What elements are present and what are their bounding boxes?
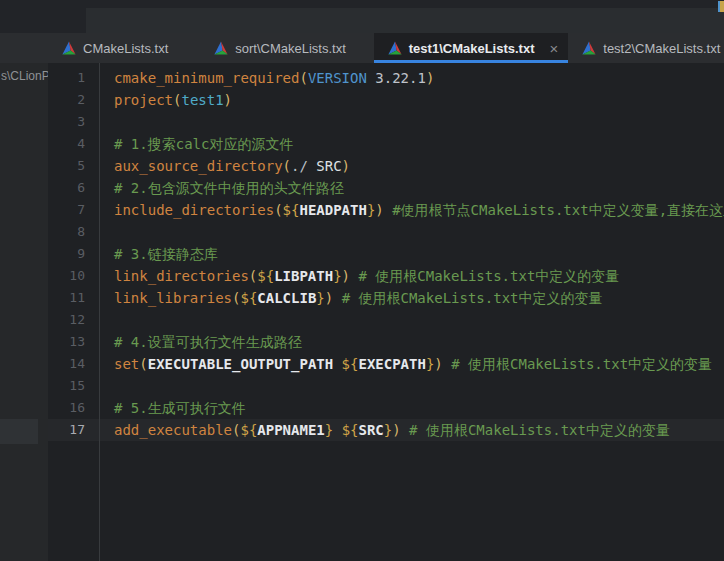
tab-label: sort\CMakeLists.txt xyxy=(235,41,346,56)
tab-cmakelists-sort[interactable]: sort\CMakeLists.txt xyxy=(200,33,360,63)
code-token: VERSION xyxy=(308,70,367,86)
code-token: 3.22.1 xyxy=(367,70,426,86)
cmake-icon xyxy=(582,41,596,55)
code-token: ( xyxy=(274,202,282,218)
code-line[interactable]: include_directories(${HEADPATH}) #使用根节点C… xyxy=(114,199,724,221)
code-line[interactable] xyxy=(114,111,724,133)
code-token: EXECUTABLE_OUTPUT_PATH xyxy=(148,356,333,372)
tab-cmakelists-test1-active[interactable]: test1\CMakeLists.txt × xyxy=(374,33,568,63)
code-token: } xyxy=(384,422,392,438)
code-line[interactable] xyxy=(114,221,724,243)
tab-label: test2\CMakeLists.txt xyxy=(603,41,720,56)
code-token: # 5.生成可执行文件 xyxy=(114,400,246,416)
code-token: ( xyxy=(299,70,307,86)
tab-cmakelists-root[interactable]: CMakeLists.txt xyxy=(48,33,182,63)
main-content: s\CLionP 1234567891011121314151617 cmake… xyxy=(0,63,724,561)
line-number: 12 xyxy=(48,309,99,331)
project-path-clipped-text: s\CLionP xyxy=(1,69,48,83)
code-token: link_libraries xyxy=(114,290,232,306)
code-line[interactable]: add_executable(${APPNAME1} ${SRC}) # 使用根… xyxy=(100,419,724,441)
project-panel-clipped: s\CLionP xyxy=(0,63,48,561)
code-token: cmake_minimum_required xyxy=(114,70,299,86)
line-number: 10 xyxy=(48,265,99,287)
code-line[interactable]: cmake_minimum_required(VERSION 3.22.1) xyxy=(114,67,724,89)
clipped-toolbar-icon xyxy=(718,1,724,12)
tab-close-icon[interactable]: × xyxy=(550,41,559,56)
line-number: 4 xyxy=(48,133,99,155)
code-line[interactable]: set(EXECUTABLE_OUTPUT_PATH ${EXECPATH}) … xyxy=(114,353,724,375)
code-token: ) xyxy=(434,356,442,372)
code-line[interactable] xyxy=(114,309,724,331)
code-line[interactable]: aux_source_directory(./ SRC) xyxy=(114,155,724,177)
line-number: 11 xyxy=(48,287,99,309)
code-token: project xyxy=(114,92,173,108)
code-token xyxy=(333,422,341,438)
code-token: } xyxy=(316,290,324,306)
code-token: APPNAME1 xyxy=(257,422,324,438)
code-line[interactable] xyxy=(114,375,724,397)
gutter: 1234567891011121314151617 xyxy=(48,63,100,561)
line-number: 8 xyxy=(48,221,99,243)
cmake-icon xyxy=(388,41,402,55)
line-number: 1 xyxy=(48,67,99,89)
code-token: ${ xyxy=(240,290,257,306)
code-token: ( xyxy=(283,158,291,174)
tab-label: CMakeLists.txt xyxy=(83,41,168,56)
code-token: HEADPATH xyxy=(299,202,366,218)
code-token: ${ xyxy=(342,356,359,372)
code-token: ) xyxy=(426,70,434,86)
code-token: # 使用根CMakeLists.txt中定义的变量 xyxy=(401,422,670,438)
line-number: 17 xyxy=(48,419,99,441)
code-token: } xyxy=(333,268,341,284)
code-token: test1 xyxy=(181,92,223,108)
code-token: CALCLIB xyxy=(257,290,316,306)
code-token: ) xyxy=(392,422,400,438)
code-token: LIBPATH xyxy=(274,268,333,284)
line-number: 5 xyxy=(48,155,99,177)
line-number: 13 xyxy=(48,331,99,353)
cmake-icon xyxy=(214,41,228,55)
tab-label: test1\CMakeLists.txt xyxy=(409,41,535,56)
code-token: # 3.链接静态库 xyxy=(114,246,218,262)
code-line[interactable]: # 4.设置可执行文件生成路径 xyxy=(114,331,724,353)
code-token: ) xyxy=(342,268,350,284)
code-token: ) xyxy=(375,202,383,218)
line-number: 16 xyxy=(48,397,99,419)
tab-cmakelists-test2[interactable]: test2\CMakeLists.txt xyxy=(568,33,724,63)
code-token: # 2.包含源文件中使用的头文件路径 xyxy=(114,180,344,196)
code-line[interactable]: # 2.包含源文件中使用的头文件路径 xyxy=(114,177,724,199)
code-token: # 1.搜索calc对应的源文件 xyxy=(114,136,293,152)
line-number: 2 xyxy=(48,89,99,111)
code-line[interactable]: project(test1) xyxy=(114,89,724,111)
code-token: # 使用根CMakeLists.txt中定义的变量 xyxy=(350,268,619,284)
code-token: ( xyxy=(139,356,147,372)
line-number: 3 xyxy=(48,111,99,133)
code-line[interactable]: # 1.搜索calc对应的源文件 xyxy=(114,133,724,155)
line-number: 9 xyxy=(48,243,99,265)
code-token: SRC xyxy=(358,422,383,438)
code-area[interactable]: cmake_minimum_required(VERSION 3.22.1)pr… xyxy=(100,63,724,561)
code-token: } xyxy=(325,422,333,438)
code-token: ${ xyxy=(257,268,274,284)
code-line[interactable]: # 3.链接静态库 xyxy=(114,243,724,265)
line-number: 15 xyxy=(48,375,99,397)
code-token: ${ xyxy=(283,202,300,218)
code-token: # 使用根CMakeLists.txt中定义的变量 xyxy=(443,356,712,372)
code-token: ./ xyxy=(291,158,316,174)
code-line[interactable]: link_directories(${LIBPATH}) # 使用根CMakeL… xyxy=(114,265,724,287)
cmake-icon xyxy=(62,41,76,55)
code-token: SRC xyxy=(316,158,341,174)
code-token: ${ xyxy=(240,422,257,438)
line-number: 6 xyxy=(48,177,99,199)
line-number: 14 xyxy=(48,353,99,375)
project-tree-selected-item[interactable] xyxy=(0,419,38,444)
code-line[interactable]: link_libraries(${CALCLIB}) # 使用根CMakeLis… xyxy=(114,287,724,309)
line-number: 7 xyxy=(48,199,99,221)
code-line[interactable]: # 5.生成可执行文件 xyxy=(114,397,724,419)
code-editor[interactable]: 1234567891011121314151617 cmake_minimum_… xyxy=(48,63,724,561)
code-token: add_executable xyxy=(114,422,232,438)
code-token: # 4.设置可执行文件生成路径 xyxy=(114,334,302,350)
code-token: # 使用根CMakeLists.txt中定义的变量 xyxy=(333,290,602,306)
header-toolbar-area xyxy=(86,8,724,33)
code-token: EXECPATH xyxy=(358,356,425,372)
